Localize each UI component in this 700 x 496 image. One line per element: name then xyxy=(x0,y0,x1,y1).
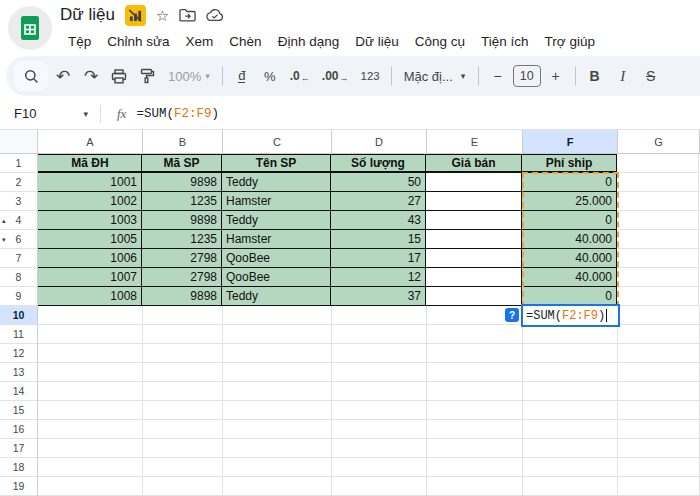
cell-E8[interactable] xyxy=(426,268,522,287)
cell[interactable] xyxy=(143,382,223,401)
cell[interactable] xyxy=(143,458,223,477)
formula-help-badge[interactable]: ? xyxy=(505,308,519,322)
more-formats-button[interactable]: 123 xyxy=(355,62,384,90)
cell[interactable] xyxy=(223,439,332,458)
undo-button[interactable]: ↶ xyxy=(50,62,76,90)
cell[interactable] xyxy=(332,420,427,439)
column-header-D[interactable]: D xyxy=(332,130,427,154)
cell-E7[interactable] xyxy=(426,249,522,268)
cell-B8[interactable]: 2798 xyxy=(142,268,222,287)
cell[interactable] xyxy=(618,477,700,496)
cell[interactable] xyxy=(332,344,427,363)
cell-F6[interactable]: 40.000 xyxy=(522,230,617,249)
cell-G6[interactable] xyxy=(617,230,699,249)
cell[interactable] xyxy=(223,363,332,382)
cell[interactable] xyxy=(143,477,223,496)
cell[interactable] xyxy=(618,458,700,477)
cell[interactable] xyxy=(427,363,523,382)
cell[interactable] xyxy=(523,401,618,420)
cell-G1[interactable] xyxy=(617,154,699,173)
cell[interactable] xyxy=(523,477,618,496)
select-all-corner[interactable] xyxy=(0,130,38,154)
cell-D9[interactable]: 37 xyxy=(331,287,426,306)
cell-D2[interactable]: 50 xyxy=(331,173,426,192)
cell-C10[interactable] xyxy=(223,306,332,325)
cell[interactable] xyxy=(332,401,427,420)
print-button[interactable] xyxy=(106,62,132,90)
column-header-F[interactable]: F xyxy=(523,130,618,154)
cell[interactable] xyxy=(427,382,523,401)
cell[interactable] xyxy=(38,458,143,477)
unhide-rows-up-icon[interactable]: ▴ xyxy=(2,217,6,224)
menu-cong-cu[interactable]: Công cụ xyxy=(407,31,473,52)
cell[interactable] xyxy=(143,325,223,344)
cell-G3[interactable] xyxy=(617,192,699,211)
cell[interactable] xyxy=(143,344,223,363)
zoom-select[interactable]: 100%▾ xyxy=(162,69,216,84)
cell[interactable] xyxy=(618,420,700,439)
cell-G2[interactable] xyxy=(617,173,699,192)
cell[interactable] xyxy=(332,325,427,344)
cell-G8[interactable] xyxy=(617,268,699,287)
row-header-3[interactable]: 3 xyxy=(0,192,38,211)
column-header-B[interactable]: B xyxy=(143,130,223,154)
cell[interactable] xyxy=(38,325,143,344)
cell[interactable] xyxy=(427,401,523,420)
menu-dinh-dang[interactable]: Định dạng xyxy=(270,31,348,52)
cell-A9[interactable]: 1008 xyxy=(37,287,142,306)
cell-B10[interactable] xyxy=(143,306,223,325)
cell[interactable] xyxy=(223,458,332,477)
cell[interactable] xyxy=(523,325,618,344)
row-header-13[interactable]: 13 xyxy=(0,363,38,382)
menu-chen[interactable]: Chèn xyxy=(221,31,269,52)
cell-A1[interactable]: Mã ĐH xyxy=(37,154,142,173)
row-header-17[interactable]: 17 xyxy=(0,439,38,458)
cell-A8[interactable]: 1007 xyxy=(37,268,142,287)
cell-B4[interactable]: 9898 xyxy=(142,211,222,230)
cell[interactable] xyxy=(223,401,332,420)
menu-tien-ich[interactable]: Tiện ích xyxy=(473,31,537,52)
cell[interactable] xyxy=(38,477,143,496)
row-header-15[interactable]: 15 xyxy=(0,401,38,420)
cell-F4[interactable]: 0 xyxy=(522,211,617,230)
column-header-G[interactable]: G xyxy=(618,130,700,154)
cell-D6[interactable]: 15 xyxy=(331,230,426,249)
cell[interactable] xyxy=(38,344,143,363)
cell-A4[interactable]: 1003 xyxy=(37,211,142,230)
cell-B1[interactable]: Mã SP xyxy=(142,154,222,173)
cell[interactable] xyxy=(427,344,523,363)
cell[interactable] xyxy=(143,363,223,382)
font-size-input[interactable]: 10 xyxy=(513,65,541,87)
cell-E1[interactable]: Giá bán xyxy=(426,154,522,173)
increase-decimal-button[interactable]: .00→ xyxy=(317,62,354,90)
currency-format-button[interactable]: đ xyxy=(229,62,255,90)
cell-B2[interactable]: 9898 xyxy=(142,173,222,192)
cell-F8[interactable]: 40.000 xyxy=(522,268,617,287)
menu-tep[interactable]: Tệp xyxy=(60,31,99,52)
cell[interactable] xyxy=(38,382,143,401)
row-header-18[interactable]: 18 xyxy=(0,458,38,477)
cell-D10[interactable] xyxy=(332,306,427,325)
cell-A6[interactable]: 1005 xyxy=(37,230,142,249)
strikethrough-button[interactable]: S xyxy=(638,62,664,90)
cell-C8[interactable]: QooBee xyxy=(222,268,331,287)
cell-E9[interactable] xyxy=(426,287,522,306)
italic-button[interactable]: I xyxy=(610,62,636,90)
cell-A10[interactable] xyxy=(38,306,143,325)
cell-A7[interactable]: 1006 xyxy=(37,249,142,268)
sheets-logo[interactable] xyxy=(8,6,52,50)
row-header-19[interactable]: 19 xyxy=(0,477,38,496)
cell-C1[interactable]: Tên SP xyxy=(222,154,331,173)
cell-D1[interactable]: Số lượng xyxy=(331,154,426,173)
cell[interactable] xyxy=(618,382,700,401)
cell-B6[interactable]: 1235 xyxy=(142,230,222,249)
column-header-E[interactable]: E xyxy=(427,130,523,154)
cell[interactable] xyxy=(523,382,618,401)
column-header-C[interactable]: C xyxy=(223,130,332,154)
cell[interactable] xyxy=(618,401,700,420)
cell-E6[interactable] xyxy=(426,230,522,249)
cell[interactable] xyxy=(223,477,332,496)
menu-xem[interactable]: Xem xyxy=(178,31,222,52)
cell-G4[interactable] xyxy=(617,211,699,230)
document-title[interactable]: Dữ liệu xyxy=(60,5,115,25)
